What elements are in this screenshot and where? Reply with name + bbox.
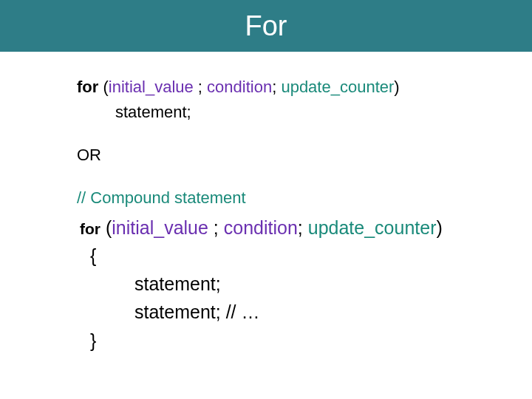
compound-comment: // Compound statement	[77, 186, 488, 210]
initial-value: initial_value	[109, 78, 194, 96]
slide-content: for (initial_value ; condition; update_c…	[0, 52, 532, 354]
for-keyword: for	[80, 220, 100, 237]
open-brace: {	[77, 242, 488, 269]
open-paren: (	[98, 78, 108, 96]
update-counter: update_counter	[308, 217, 437, 238]
condition: condition	[207, 78, 272, 96]
close-brace: }	[77, 327, 488, 354]
separator: ;	[194, 78, 207, 96]
update-counter: update_counter	[281, 78, 394, 96]
slide: For for (initial_value ; condition; upda…	[0, 0, 532, 399]
slide-title: For	[245, 10, 287, 42]
syntax-single-line: for (initial_value ; condition; update_c…	[77, 75, 488, 99]
syntax-compound-line: for (initial_value ; condition; update_c…	[77, 214, 488, 241]
single-statement: statement;	[77, 100, 488, 124]
for-keyword: for	[77, 78, 98, 96]
condition: condition	[224, 217, 298, 238]
close-paren: )	[394, 78, 399, 96]
separator: ;	[272, 78, 281, 96]
compound-statement-1: statement;	[77, 270, 488, 297]
or-label: OR	[77, 143, 488, 167]
separator: ;	[208, 217, 224, 238]
initial-value: initial_value	[112, 217, 208, 238]
close-paren: )	[437, 217, 443, 238]
compound-statement-2: statement; // …	[77, 299, 488, 325]
separator: ;	[298, 217, 308, 238]
open-paren: (	[100, 217, 112, 238]
title-bar: For	[0, 0, 532, 52]
